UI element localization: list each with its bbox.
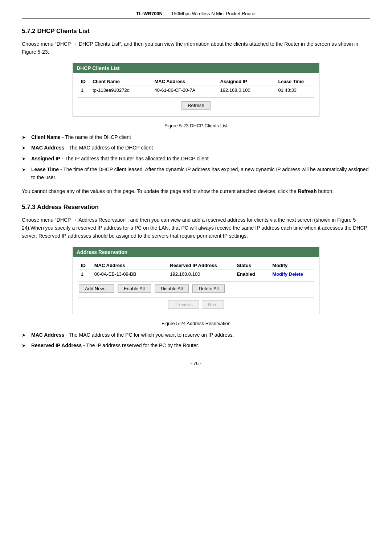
addr-row-reserved-ip: 192.168.0.100 bbox=[167, 270, 234, 278]
bullet-text-lease: - The time of the DHCP client leased. Af… bbox=[31, 167, 368, 180]
col-header-mac: MAC Address bbox=[151, 77, 217, 86]
dhcp-clients-table: DHCP Clients List ID Client Name MAC Add… bbox=[73, 63, 319, 116]
addr-col-reserved-ip: Reserved IP Address bbox=[167, 261, 234, 270]
addr-col-mac: MAC Address bbox=[91, 261, 167, 270]
header-bar: TL-WR700N 150Mbps Wireless N Mini Pocket… bbox=[22, 11, 370, 19]
addr-nav-row: Previous Next bbox=[78, 297, 314, 310]
bullet-client-name: ➤ Client Name - The name of the DHCP cli… bbox=[22, 134, 370, 141]
bullet-mac-address: ➤ MAC Address - The MAC address of the D… bbox=[22, 144, 370, 152]
bullet-text-client-name: - The name of the DHCP client bbox=[61, 134, 131, 140]
dhcp-table-buttons: Refresh bbox=[78, 97, 314, 112]
bullet-s2-reserved-ip: ➤ Reserved IP Address - The IP address r… bbox=[22, 342, 370, 350]
model-description: 150Mbps Wireless N Mini Pocket Router bbox=[171, 11, 256, 16]
previous-button[interactable]: Previous bbox=[168, 300, 199, 309]
bullet-s2-arrow-1: ➤ bbox=[22, 332, 28, 339]
delete-all-button[interactable]: Delete All bbox=[192, 284, 225, 293]
page-number: - 76 - bbox=[22, 361, 370, 366]
enable-all-button[interactable]: Enable All bbox=[118, 284, 151, 293]
section2-bullet-list: ➤ MAC Address - The MAC address of the P… bbox=[22, 331, 370, 350]
bullet-arrow-4: ➤ bbox=[22, 166, 28, 173]
bullet-lease-time: ➤ Lease Time - The time of the DHCP clie… bbox=[22, 166, 370, 181]
dhcp-row-ip: 192.168.0.100 bbox=[217, 86, 275, 94]
dhcp-table-row: 1 tp-113ea910272d 40-61-86-CF-20-7A 192.… bbox=[78, 86, 314, 94]
refresh-button[interactable]: Refresh bbox=[181, 101, 211, 110]
bullet-text-assigned-ip: - The IP address that the Router has all… bbox=[60, 156, 209, 161]
addr-col-status: Status bbox=[234, 261, 269, 270]
bullet-label-mac: MAC Address bbox=[31, 145, 64, 151]
figure-24-caption: Figure 5-24 Address Reservation bbox=[22, 321, 370, 326]
bullet-s2-label-mac: MAC Address bbox=[31, 332, 64, 338]
bullet-s2-arrow-2: ➤ bbox=[22, 342, 28, 349]
bullet-assigned-ip: ➤ Assigned IP - The IP address that the … bbox=[22, 155, 370, 163]
bullet-label-client-name: Client Name bbox=[31, 134, 61, 140]
section2-title: 5.7.3 Address Reservation bbox=[22, 204, 370, 211]
section1-note: You cannot change any of the values on t… bbox=[22, 187, 370, 195]
bullet-s2-text-reserved-ip: - The IP address reserved for the PC by … bbox=[82, 342, 199, 348]
addr-action-row: Add New... Enable All Disable All Delete… bbox=[78, 281, 314, 295]
modify-link[interactable]: Modify bbox=[272, 271, 287, 277]
addr-table-title: Address Reservation bbox=[73, 247, 319, 257]
add-new-button[interactable]: Add New... bbox=[79, 284, 114, 293]
figure-23-caption: Figure 5-23 DHCP Clients List bbox=[22, 123, 370, 128]
addr-row-mac: 00-0A-EB-13-09-BB bbox=[91, 270, 167, 278]
section1-title: 5.7.2 DHCP Clients List bbox=[22, 28, 370, 35]
addr-row-status: Enabled bbox=[234, 270, 269, 278]
dhcp-row-id: 1 bbox=[78, 86, 90, 94]
section1-intro: Choose menu “DHCP → DHCP Clients List”, … bbox=[22, 40, 370, 56]
bullet-text-mac: - The MAC address of the DHCP client bbox=[64, 145, 153, 151]
bullet-label-lease: Lease Time bbox=[31, 167, 59, 172]
model-name: TL-WR700N bbox=[136, 11, 163, 16]
bullet-s2-text-mac: - The MAC address of the PC for which yo… bbox=[64, 332, 234, 338]
col-header-lease: Lease Time bbox=[275, 77, 314, 86]
addr-table-row: 1 00-0A-EB-13-09-BB 192.168.0.100 Enable… bbox=[78, 270, 314, 278]
bullet-label-assigned-ip: Assigned IP bbox=[31, 156, 60, 161]
bullet-arrow-1: ➤ bbox=[22, 134, 28, 141]
addr-col-id: ID bbox=[78, 261, 91, 270]
delete-link[interactable]: Delete bbox=[289, 271, 303, 277]
col-header-assigned-ip: Assigned IP bbox=[217, 77, 275, 86]
section2-intro: Choose menu “DHCP → Address Reservation”… bbox=[22, 216, 370, 240]
addr-row-modify[interactable]: Modify Delete bbox=[269, 270, 314, 278]
disable-all-button[interactable]: Disable All bbox=[155, 284, 189, 293]
next-button[interactable]: Next bbox=[202, 300, 224, 309]
bullet-arrow-3: ➤ bbox=[22, 155, 28, 163]
dhcp-table-title: DHCP Clients List bbox=[73, 63, 319, 73]
dhcp-row-mac: 40-61-86-CF-20-7A bbox=[151, 86, 217, 94]
section1-bullet-list: ➤ Client Name - The name of the DHCP cli… bbox=[22, 134, 370, 181]
col-header-client-name: Client Name bbox=[90, 77, 151, 86]
bullet-s2-label-reserved-ip: Reserved IP Address bbox=[31, 342, 82, 348]
addr-col-modify: Modify bbox=[269, 261, 314, 270]
bullet-s2-mac: ➤ MAC Address - The MAC address of the P… bbox=[22, 331, 370, 339]
dhcp-row-lease: 01:43:33 bbox=[275, 86, 314, 94]
bullet-arrow-2: ➤ bbox=[22, 144, 28, 152]
col-header-id: ID bbox=[78, 77, 90, 86]
dhcp-row-client-name: tp-113ea910272d bbox=[90, 86, 151, 94]
addr-row-id: 1 bbox=[78, 270, 91, 278]
address-reservation-table: Address Reservation ID MAC Address Reser… bbox=[73, 247, 319, 314]
